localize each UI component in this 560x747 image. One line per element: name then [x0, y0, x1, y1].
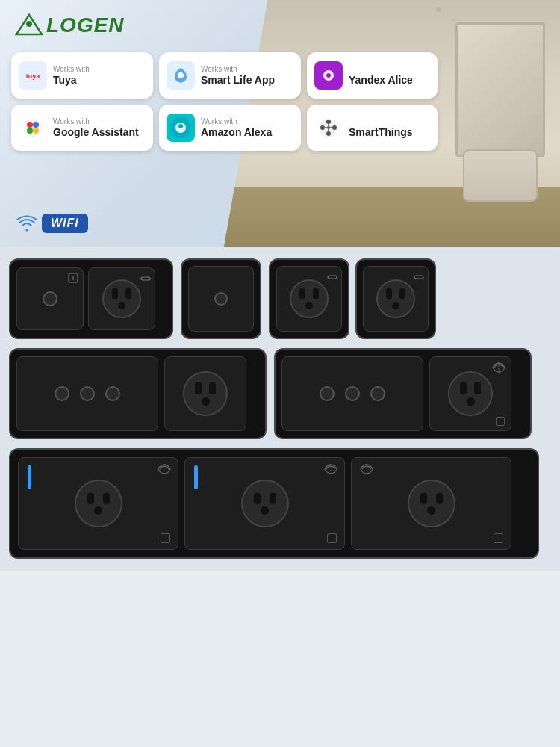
eu-socket-triple-2	[241, 480, 289, 527]
eu-socket-b	[376, 279, 415, 318]
svg-point-19	[326, 131, 331, 136]
socket-indicator-icon	[491, 362, 506, 374]
eu-socket-triple-3	[408, 480, 455, 527]
product-socket-only-2	[355, 258, 436, 339]
product-row-1	[9, 258, 551, 339]
svg-point-16	[178, 124, 183, 128]
product-3gang-socket-left	[9, 348, 267, 439]
switch-icon	[67, 272, 79, 284]
alexa-text: Works with Amazon Alexa	[201, 117, 272, 139]
compat-alexa: Works with Amazon Alexa	[159, 105, 301, 151]
eu-socket-large-a	[183, 371, 228, 416]
socket-indicator-3	[359, 464, 374, 474]
compat-google: Works with Google Assistant	[11, 105, 153, 151]
3gang-switch-subpanel-r	[281, 356, 423, 431]
socket-subpanel-1	[88, 267, 155, 330]
svg-point-10	[27, 122, 33, 128]
eu-socket-a	[290, 279, 329, 318]
switch-btn-r1	[320, 386, 335, 401]
socket-checkbox	[496, 417, 505, 426]
svg-point-5	[178, 72, 184, 78]
product-panel-1-2gang	[9, 258, 173, 339]
usb-icon-b	[414, 270, 424, 283]
product-row-2	[9, 348, 551, 439]
eu-socket-1	[102, 279, 141, 318]
svg-rect-31	[414, 276, 423, 279]
compat-smartthings: Works with SmartThings	[307, 105, 438, 151]
tuya-icon: tuya	[19, 61, 47, 90]
svg-point-8	[326, 73, 331, 78]
product-triple-socket-panel	[9, 448, 539, 559]
triple-socket-3	[351, 457, 511, 550]
product-row-3	[9, 448, 551, 559]
eu-socket-large-b	[448, 371, 493, 416]
smartthings-icon	[314, 114, 343, 142]
blue-indicator-bar-1	[28, 465, 31, 489]
socket-panel-a	[276, 266, 342, 332]
switch-btn-r2	[345, 386, 360, 401]
single-switch-button	[214, 292, 228, 306]
switch-1gang-panel	[188, 266, 254, 332]
smartthings-text: Works with SmartThings	[349, 117, 413, 139]
svg-point-12	[27, 128, 33, 134]
compat-tuya: tuya Works with Tuya	[11, 52, 153, 99]
compat-yandex: Works with Yandex Alice	[307, 52, 438, 99]
yandex-icon	[314, 61, 343, 90]
svg-point-11	[33, 122, 39, 128]
svg-point-9	[24, 119, 42, 137]
switch-btn-1	[55, 386, 69, 401]
socket-1-checkbox	[161, 533, 170, 543]
brand-name: LOGEN	[46, 13, 125, 37]
eu-socket-triple-1	[75, 480, 122, 527]
alexa-icon	[167, 114, 195, 142]
switch-button-1	[43, 291, 57, 306]
smartlife-icon	[167, 61, 195, 90]
two-socket-group	[269, 258, 436, 339]
triple-socket-1	[18, 457, 178, 550]
compat-smartlife: Works with Smart Life App	[159, 52, 301, 99]
blue-indicator-bar-2	[194, 465, 198, 489]
3gang-switch-subpanel	[16, 356, 158, 431]
google-text: Works with Google Assistant	[53, 117, 139, 139]
switch-1gang-subpanel	[16, 267, 84, 330]
product-panel-1gang-only	[181, 258, 261, 339]
socket-right-b	[429, 356, 511, 431]
wifi-icon	[16, 215, 37, 232]
svg-point-22	[327, 126, 330, 129]
tuya-text: Works with Tuya	[53, 65, 90, 87]
usb-icon-a	[327, 270, 337, 283]
smartlife-text: Works with Smart Life App	[201, 65, 275, 87]
svg-point-21	[332, 125, 337, 130]
svg-rect-29	[141, 277, 150, 280]
compat-grid: tuya Works with Tuya Works with Smart Li…	[11, 52, 438, 151]
products-section	[0, 247, 560, 571]
switch-btn-2	[80, 386, 95, 401]
usb-c-icon	[140, 271, 151, 285]
triple-socket-2	[184, 457, 345, 550]
socket-right-a	[164, 356, 246, 431]
socket-3-checkbox	[494, 533, 503, 543]
svg-text:tuya: tuya	[26, 72, 41, 80]
top-banner: LOGEN WiFi tuya Works with Tuya	[0, 0, 560, 247]
wifi-badge: WiFi	[16, 214, 88, 233]
brand-logo: LOGEN	[15, 13, 125, 37]
socket-indicator-1	[157, 464, 172, 474]
wifi-label: WiFi	[42, 214, 88, 233]
switch-btn-3	[105, 386, 120, 401]
svg-point-13	[33, 128, 39, 134]
socket-2-checkbox	[327, 533, 337, 543]
logo-icon	[15, 13, 43, 37]
svg-point-18	[326, 120, 331, 124]
product-socket-only-1	[269, 258, 349, 339]
svg-point-20	[320, 125, 325, 130]
socket-panel-b	[363, 266, 429, 332]
google-icon	[19, 114, 47, 142]
yandex-text: Works with Yandex Alice	[349, 65, 413, 87]
svg-point-1	[26, 21, 32, 27]
socket-indicator-2	[323, 464, 338, 474]
svg-rect-30	[328, 276, 337, 279]
product-3gang-socket-right	[274, 348, 532, 439]
switch-btn-r3	[370, 386, 385, 401]
